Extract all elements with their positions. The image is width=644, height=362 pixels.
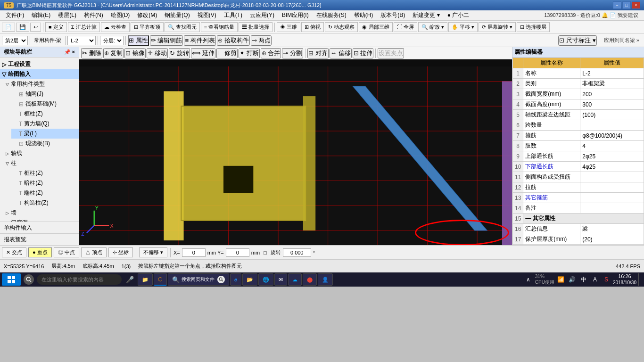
level-select[interactable]: 分层1 <box>100 36 124 45</box>
tree-end-col[interactable]: T 端柱(Z) <box>11 188 79 198</box>
tb-extend[interactable]: ⟺ 延伸 <box>191 48 216 58</box>
tb-merge[interactable]: ⊕ 合并 <box>261 48 281 58</box>
tb-offset[interactable]: ↔ 偏移 <box>330 48 352 58</box>
menu-component[interactable]: 构件(N) <box>80 10 107 20</box>
menu-tools[interactable]: 工具(T) <box>220 10 246 20</box>
tb-edit-rebar[interactable]: ✏ 编辑钢筋 <box>150 35 183 46</box>
menu-view[interactable]: 视图(V) <box>194 10 220 20</box>
tree-struct-col[interactable]: T 构造柱(Z) <box>11 198 79 208</box>
snap-vertex[interactable]: △ 顶点 <box>81 247 107 257</box>
snap-midpoint[interactable]: ● 重点 <box>28 247 52 257</box>
menu-rebar[interactable]: 钢筋量(Q) <box>161 10 193 20</box>
tb-align[interactable]: ⊟ 对齐 <box>307 48 329 58</box>
taskbar-app-chrome[interactable]: ⬤ <box>303 273 317 286</box>
volume-icon[interactable]: 🔊 <box>568 273 577 286</box>
tb-batch-select[interactable]: ☰ 批量选择 <box>239 22 272 32</box>
tb-rotate[interactable]: ↻ 旋转 <box>169 48 190 58</box>
prop-value-4[interactable]: 300 <box>580 99 644 110</box>
tb-mirror[interactable]: ⊡ 镜像 <box>124 48 146 58</box>
tree-col-section[interactable]: ▽ 柱 <box>4 158 79 168</box>
taskbar-app-browser[interactable]: 🔍 搜索网页和文件 <box>168 273 229 286</box>
start-button[interactable] <box>2 273 21 286</box>
minimize-button[interactable]: − <box>613 1 621 9</box>
tb-drag[interactable]: ⊡ 拉伸 <box>353 48 374 58</box>
tb-break[interactable]: ✦ 打断 <box>239 48 260 58</box>
tree-frame-col2[interactable]: T 框柱(Z) <box>11 168 79 178</box>
tree-raft[interactable]: ⊟ 筏板基础(M) <box>11 99 79 109</box>
menu-cloud[interactable]: 云应用(Y) <box>246 10 278 20</box>
prop-value-3[interactable]: 200 <box>580 89 644 99</box>
taskbar-app-ggj[interactable]: ⬡ <box>154 273 167 286</box>
taskbar-app-folder[interactable]: 📂 <box>242 273 257 286</box>
floor-select[interactable]: 第2层 <box>2 36 28 45</box>
taskbar-app-mail[interactable]: ✉ <box>274 273 287 286</box>
tb-move[interactable]: ✛ 移动 <box>147 48 168 58</box>
tb-dim-label[interactable]: ⊡ 尺寸标注 ▾ <box>558 35 596 46</box>
taskbar-app-explorer[interactable]: 📁 <box>138 273 153 286</box>
tb-save[interactable]: 💾 <box>16 23 29 32</box>
clock[interactable]: 16:26 2018/10/30 <box>613 273 636 285</box>
tb-new[interactable]: 📄 <box>2 23 15 32</box>
prop-value-11[interactable] <box>580 172 644 182</box>
snap-coord[interactable]: ⊹ 坐标 <box>108 247 133 257</box>
menu-version[interactable]: 版本号(B) <box>377 10 409 20</box>
tb-split[interactable]: ⊸ 分割 <box>282 48 303 58</box>
tree-beam[interactable]: T 梁(L) <box>11 129 79 139</box>
tb-delete[interactable]: ✂ 删除 <box>81 48 102 58</box>
show-desktop-btn[interactable] <box>638 273 642 286</box>
prop-value-18[interactable]: 按默认计算设置计算 <box>580 245 644 246</box>
tree-shear-wall[interactable]: T 剪力墙(Q) <box>11 119 79 129</box>
tree-frame-col[interactable]: T 框柱(Z) <box>11 109 79 119</box>
tree-axis[interactable]: ⊞ 轴网(J) <box>11 89 79 99</box>
prop-value-12[interactable] <box>580 182 644 193</box>
task-search-bar[interactable]: 在这里输入你要搜索的内容 <box>37 274 122 285</box>
prop-value-13[interactable] <box>580 193 644 203</box>
prop-name-10[interactable]: 下部通长筋 <box>523 162 580 172</box>
tb-define[interactable]: ■ 定义 <box>45 22 67 32</box>
tree-hidden-col[interactable]: T 暗柱(Z) <box>11 178 79 188</box>
menu-online[interactable]: 在线服务(S) <box>313 10 350 20</box>
pin-icon[interactable]: 📌 × <box>64 49 75 55</box>
prop-value-9[interactable]: 2φ25 <box>580 151 644 162</box>
tb-find-elem[interactable]: 🔍 查找图元 <box>165 22 200 32</box>
prop-name-13[interactable]: 其它箍筋 <box>523 193 580 203</box>
menu-floor[interactable]: 楼层(L) <box>54 10 80 20</box>
taskbar-app-globe[interactable]: 🌐 <box>258 273 273 286</box>
input-method-icon[interactable]: A <box>590 273 600 286</box>
snap-intersection[interactable]: ✕ 交点 <box>2 247 26 257</box>
antivirus-icon[interactable]: S <box>602 273 611 286</box>
tb-two-points[interactable]: ⊸ 两点 <box>251 35 272 46</box>
tb-pan[interactable]: ✋ 平移 ▾ <box>448 22 478 32</box>
prop-value-16[interactable]: 梁 <box>580 224 644 234</box>
tree-item-drawing-input[interactable]: ▽ 绘图输入 <box>0 69 79 79</box>
tb-view-rebar[interactable]: ≡ 查看钢筋量 <box>201 22 238 32</box>
maximize-button[interactable]: □ <box>622 1 631 9</box>
prop-value-8[interactable]: 4 <box>580 141 644 151</box>
zh-icon[interactable]: 中 <box>579 273 588 286</box>
prop-value-6[interactable] <box>580 120 644 131</box>
tree-door-window[interactable]: ▷ 门窗洞 <box>4 218 79 222</box>
tb-dynamic-obs[interactable]: ↻ 动态观察 <box>325 22 358 32</box>
tb-zoom[interactable]: 🔍 缩放 ▾ <box>418 22 447 32</box>
snap-center[interactable]: ◎ 中点 <box>54 247 79 257</box>
report-preview-btn[interactable]: 报表预览 <box>0 234 79 246</box>
tb-undo[interactable]: ↩ <box>30 23 41 32</box>
tb-fullscreen[interactable]: ⛶ 全屏 <box>394 22 417 32</box>
taskbar-up-arrow[interactable]: ∧ <box>524 273 533 286</box>
menu-new-change[interactable]: 新建变更 ▾ <box>409 10 443 20</box>
tb-component-list[interactable]: ≡ 构件列表 <box>184 35 215 46</box>
tb-copy[interactable]: ⊕ 复制 <box>103 48 124 58</box>
tb-flat-slab[interactable]: ⊟ 平齐板顶 <box>131 22 164 32</box>
tb-pick-component[interactable]: ⊕ 拾取构件 <box>217 35 250 46</box>
tb-3d[interactable]: ◈ 三维 <box>277 22 300 32</box>
menu-edit[interactable]: 编辑(E) <box>28 10 54 20</box>
menu-guangxiao[interactable]: ● 广小二 <box>444 10 473 20</box>
network-icon[interactable]: 📶 <box>556 273 566 286</box>
single-component-btn[interactable]: 单构件输入 <box>0 222 79 234</box>
taskbar-app-ie[interactable]: e <box>230 273 241 286</box>
tree-common-components[interactable]: ▽ 常用构件类型 <box>4 79 79 89</box>
tree-axis-section[interactable]: ▷ 轴线 <box>4 148 79 158</box>
tb-screen-rotate[interactable]: ⟳ 屏幕旋转 ▾ <box>479 22 516 32</box>
menu-draw[interactable]: 绘图(D) <box>107 10 134 20</box>
y-input[interactable] <box>226 248 249 257</box>
